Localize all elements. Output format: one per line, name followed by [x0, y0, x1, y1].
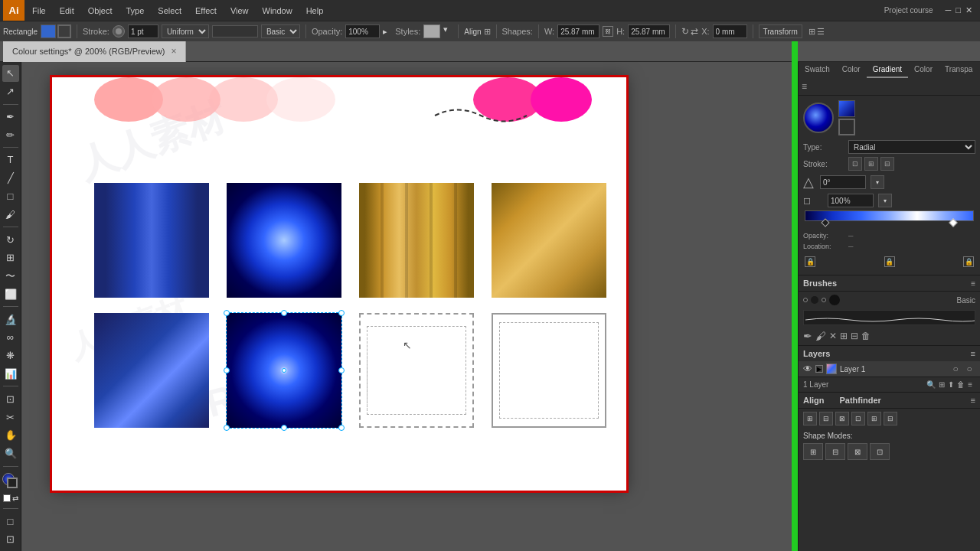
search-layers-icon[interactable]: 🔍	[926, 380, 936, 389]
zoom-tool[interactable]: 🔍	[2, 445, 19, 462]
selection-tool[interactable]: ↖	[2, 65, 19, 82]
tab-gradient[interactable]: Gradient	[867, 62, 908, 78]
x-input[interactable]	[713, 24, 747, 38]
tab-color2[interactable]: Color	[908, 62, 939, 78]
align-left-btn[interactable]: ⊞	[803, 412, 817, 425]
align-center-v-btn[interactable]: ⊞	[867, 412, 881, 425]
styles-preview[interactable]	[423, 24, 440, 38]
shape-blue-vertical[interactable]	[94, 183, 209, 298]
brush-tool-btn1[interactable]: ✒	[803, 330, 812, 342]
type-tool[interactable]: T	[2, 152, 19, 168]
stroke-color-box[interactable]	[57, 24, 71, 38]
new-layer-icon[interactable]: ⊞	[939, 380, 945, 389]
exclude-btn[interactable]: ⊡	[870, 443, 890, 460]
align-panel-menu[interactable]: ≡	[971, 396, 975, 405]
blend-tool[interactable]: ∞	[2, 329, 19, 346]
brush-tool-btn4[interactable]: ⊞	[840, 331, 848, 341]
handle-br[interactable]	[338, 425, 345, 431]
aspect-dropdown[interactable]: ▾	[878, 194, 892, 207]
handle-bm[interactable]	[281, 425, 287, 431]
angle-input[interactable]	[820, 175, 866, 189]
brush-tool-btn6[interactable]: 🗑	[861, 331, 871, 341]
slice-tool[interactable]: ✂	[2, 409, 19, 425]
gradient-stop-right[interactable]	[949, 218, 957, 227]
artboard-tool[interactable]: ⊡	[2, 390, 19, 407]
menu-help[interactable]: Help	[300, 0, 330, 21]
color-selector[interactable]	[2, 473, 19, 490]
layer-lock-icon[interactable]: ○	[949, 364, 962, 374]
artboard-mode-icon[interactable]: ⊡	[2, 531, 19, 548]
gradient-fill-icon[interactable]	[838, 100, 855, 117]
menu-type[interactable]: Type	[120, 0, 151, 21]
brush-tool-btn3[interactable]: ✕	[829, 331, 837, 341]
shape-gold-diagonal[interactable]	[492, 183, 606, 298]
gradient-stroke-icon[interactable]	[838, 119, 855, 135]
delete-layer-icon[interactable]: 🗑	[957, 380, 965, 389]
transform-button[interactable]: Transform	[759, 24, 802, 38]
reset-colors-icon[interactable]	[3, 494, 11, 502]
gradient-tool[interactable]: ⬜	[2, 286, 19, 303]
shape-blue-radial-selected[interactable]	[227, 313, 341, 428]
menu-view[interactable]: View	[224, 0, 255, 21]
menu-edit[interactable]: Edit	[54, 0, 80, 21]
menu-object[interactable]: Object	[82, 0, 119, 21]
shape-dashed-2[interactable]	[492, 313, 606, 428]
shape-tool[interactable]: □	[2, 188, 19, 205]
hand-tool[interactable]: ✋	[2, 427, 19, 444]
swap-colors-icon[interactable]: ⇄	[12, 494, 18, 503]
gradient-preview-circle[interactable]	[803, 103, 834, 133]
angle-dropdown[interactable]: ▾	[871, 175, 884, 189]
align-right-btn[interactable]: ⊠	[835, 412, 849, 425]
minus-front-btn[interactable]: ⊟	[825, 443, 845, 460]
brush-dot-medium[interactable]	[811, 296, 818, 304]
canvas-tab[interactable]: Colour settings* @ 200% (RGB/Preview) ×	[3, 41, 186, 62]
handle-tl[interactable]	[224, 310, 230, 316]
lock-icon-right[interactable]: 🔒	[963, 256, 974, 267]
shape-dashed-1[interactable]	[359, 313, 474, 428]
align-bottom-btn[interactable]: ⊟	[884, 412, 897, 425]
unite-btn[interactable]: ⊞	[803, 443, 823, 460]
stroke-type-select[interactable]: Uniform	[162, 24, 209, 38]
stroke-center-btn[interactable]: ⊞	[864, 157, 878, 171]
rotate-tool[interactable]: ↻	[2, 231, 19, 248]
stroke-style-select[interactable]: Basic	[261, 24, 300, 38]
flip-icon[interactable]: ⇄	[691, 26, 698, 37]
move-to-new-layer-icon[interactable]: ⬆	[948, 380, 954, 389]
brush-dot-large[interactable]	[829, 295, 840, 305]
grid-icon[interactable]: ⊞	[808, 27, 815, 37]
canvas-area[interactable]: 人人素材 RRCG 人人素材 RRCG	[21, 62, 798, 551]
graph-tool[interactable]: 📊	[2, 366, 19, 383]
brush-tool-btn5[interactable]: ⊟	[851, 331, 858, 341]
shape-blue-glow[interactable]	[94, 313, 209, 428]
brush-dot-small-hollow[interactable]	[803, 298, 808, 302]
shape-blue-radial[interactable]	[227, 183, 341, 298]
gradient-type-select[interactable]: Radial Linear	[848, 140, 975, 154]
handle-tr[interactable]	[338, 310, 345, 316]
list-icon[interactable]: ☰	[817, 27, 825, 37]
shape-gold-vertical[interactable]	[359, 183, 474, 298]
close-tab-button[interactable]: ×	[171, 46, 176, 57]
menu-window[interactable]: Window	[256, 0, 299, 21]
layers-menu-icon[interactable]: ≡	[971, 349, 975, 358]
opacity-input[interactable]	[345, 24, 380, 38]
eyedropper-tool[interactable]: 🔬	[2, 311, 19, 328]
stroke-width-input[interactable]	[128, 24, 158, 38]
align-center-h-btn[interactable]: ⊟	[819, 412, 833, 425]
fill-color-box[interactable]	[41, 24, 56, 38]
fill-stroke-toggle[interactable]: ⇄	[3, 493, 18, 504]
warp-tool[interactable]: 〜	[2, 268, 19, 285]
line-tool[interactable]: ╱	[2, 170, 19, 187]
close-button[interactable]: ✕	[965, 5, 972, 15]
lock-icon-center[interactable]: 🔒	[884, 256, 895, 267]
layer-visibility-toggle[interactable]: 👁	[803, 364, 812, 374]
tab-swatch[interactable]: Swatch	[799, 62, 836, 78]
brush-tool-btn2[interactable]: 🖌	[815, 330, 826, 342]
paint-brush-tool[interactable]: 🖌	[2, 206, 19, 223]
opacity-arrows[interactable]: ▸	[383, 24, 392, 38]
normal-mode-icon[interactable]: □	[2, 513, 19, 530]
menu-select[interactable]: Select	[152, 0, 188, 21]
handle-bl[interactable]	[224, 425, 230, 431]
scale-tool[interactable]: ⊞	[2, 249, 19, 266]
menu-file[interactable]: File	[26, 0, 52, 21]
gradient-stop-left[interactable]	[821, 218, 829, 227]
